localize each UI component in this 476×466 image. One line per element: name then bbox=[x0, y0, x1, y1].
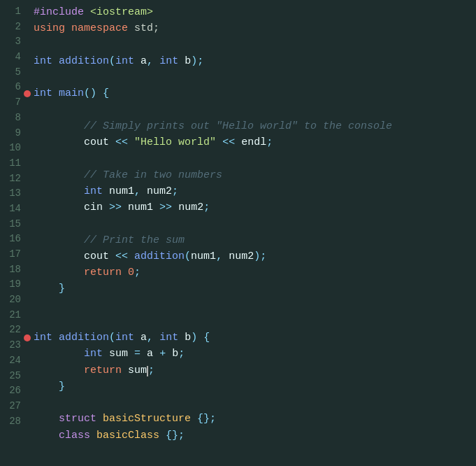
code-line-15: // Print the sum bbox=[34, 232, 469, 248]
code-line-5 bbox=[34, 69, 469, 85]
line-num-24: 24 bbox=[6, 353, 21, 369]
line-num-12: 12 bbox=[6, 171, 21, 187]
line-num-9: 9 bbox=[6, 126, 21, 141]
code-line-28 bbox=[34, 444, 469, 460]
code-line-2: using namespace std; bbox=[34, 20, 469, 36]
code-line-6: int main() { bbox=[34, 85, 469, 101]
line-num-16: 16 bbox=[6, 232, 21, 247]
line-num-5: 5 bbox=[6, 65, 21, 80]
code-line-21: int addition(int a, int b) { bbox=[34, 330, 469, 346]
line-num-7: 7 bbox=[6, 95, 21, 111]
line-num-27: 27 bbox=[6, 399, 21, 414]
line-num-26: 26 bbox=[6, 383, 21, 399]
line-num-10: 10 bbox=[6, 141, 21, 156]
line-num-13: 13 bbox=[6, 186, 21, 202]
code-line-13: cin >> num1 >> num2; bbox=[34, 199, 469, 216]
line-num-22: 22 bbox=[6, 323, 21, 338]
code-line-20 bbox=[34, 313, 469, 330]
code-line-18: } bbox=[34, 281, 469, 297]
code-line-25 bbox=[34, 395, 469, 411]
line-num-1: 1 bbox=[6, 4, 21, 20]
line-num-23: 23 bbox=[6, 338, 21, 353]
line-num-6: 6 bbox=[6, 80, 21, 95]
line-num-11: 11 bbox=[6, 156, 21, 171]
code-editor: 1 2 3 4 5 6 7 8 9 10 11 12 13 14 15 16 1… bbox=[0, 0, 476, 466]
line-numbers: 1 2 3 4 5 6 7 8 9 10 11 12 13 14 15 16 1… bbox=[0, 4, 27, 462]
code-line-9: cout << "Hello world" << endl; bbox=[34, 134, 469, 150]
code-line-14 bbox=[34, 216, 469, 232]
code-line-26: struct basicStructure {}; bbox=[34, 411, 469, 427]
line-num-4: 4 bbox=[6, 50, 21, 65]
line-num-14: 14 bbox=[6, 202, 21, 217]
line-num-8: 8 bbox=[6, 111, 21, 126]
line-num-20: 20 bbox=[6, 292, 21, 308]
line-num-19: 19 bbox=[6, 277, 21, 292]
line-num-28: 28 bbox=[6, 414, 21, 430]
code-line-11: // Take in two numbers bbox=[34, 167, 469, 183]
code-line-8: // Simply prints out "Hello world" to th… bbox=[34, 118, 469, 134]
code-line-7 bbox=[34, 102, 469, 118]
line-num-21: 21 bbox=[6, 308, 21, 323]
code-lines[interactable]: #include <iostream> using namespace std;… bbox=[27, 4, 476, 462]
line-num-2: 2 bbox=[6, 20, 21, 35]
code-line-16: cout << addition(num1, num2); bbox=[34, 248, 469, 264]
line-num-15: 15 bbox=[6, 217, 21, 232]
code-line-1: #include <iostream> bbox=[34, 4, 469, 20]
code-line-23: return sum; bbox=[34, 362, 469, 379]
line-num-18: 18 bbox=[6, 262, 21, 278]
code-line-12: int num1, num2; bbox=[34, 183, 469, 199]
code-line-17: return 0; bbox=[34, 264, 469, 281]
code-line-19 bbox=[34, 297, 469, 313]
code-line-4: int addition(int a, int b); bbox=[34, 53, 469, 69]
code-line-3 bbox=[34, 37, 469, 53]
code-line-10 bbox=[34, 150, 469, 167]
code-line-24: } bbox=[34, 379, 469, 395]
line-num-3: 3 bbox=[6, 34, 21, 50]
line-num-25: 25 bbox=[6, 369, 21, 384]
code-line-22: int sum = a + b; bbox=[34, 346, 469, 362]
line-num-17: 17 bbox=[6, 247, 21, 262]
code-line-27: class basicClass {}; bbox=[34, 428, 469, 444]
